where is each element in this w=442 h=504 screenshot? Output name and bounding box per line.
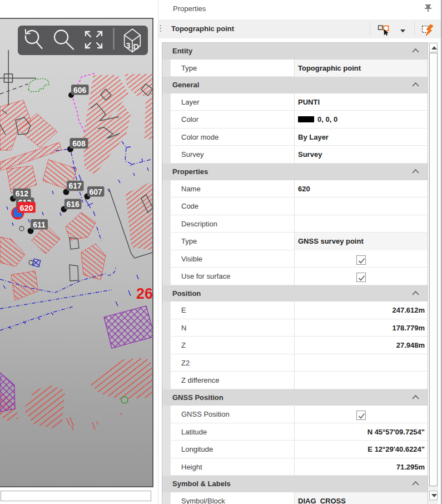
svg-text:617: 617: [69, 181, 82, 190]
svg-text:608: 608: [72, 139, 86, 148]
svg-text:3: 3: [126, 41, 131, 50]
svg-text:612: 612: [16, 189, 29, 198]
svg-text:607: 607: [90, 187, 103, 196]
svg-text:606: 606: [73, 86, 87, 95]
svg-text:611: 611: [33, 220, 46, 229]
svg-text:620: 620: [19, 204, 33, 213]
svg-text:26: 26: [136, 285, 152, 302]
svg-text:D: D: [133, 42, 139, 51]
svg-text:616: 616: [66, 200, 80, 209]
